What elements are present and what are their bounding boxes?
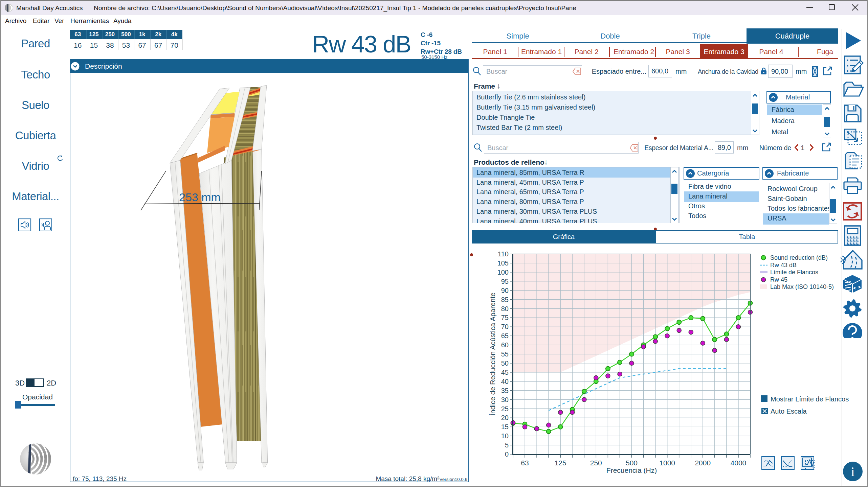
svg-text:55: 55	[501, 350, 509, 358]
svg-text:110: 110	[498, 250, 509, 258]
svg-text:Mostrar Límite de Flancos: Mostrar Límite de Flancos	[771, 395, 849, 403]
svg-text:85: 85	[501, 296, 509, 303]
svg-text:90: 90	[501, 287, 509, 294]
svg-text:i: i	[851, 464, 854, 479]
svg-text:4000: 4000	[731, 459, 747, 467]
svg-text:0: 0	[505, 450, 509, 458]
svg-text:1000: 1000	[659, 459, 675, 467]
svg-text:500: 500	[626, 459, 638, 467]
svg-text:10: 10	[501, 432, 509, 440]
svg-text:Rw 43 dB: Rw 43 dB	[770, 262, 797, 269]
svg-text:100: 100	[497, 269, 509, 276]
svg-text:75: 75	[501, 314, 509, 321]
svg-text:45: 45	[501, 369, 509, 376]
svg-text:Lab Max (ISO 10140-5): Lab Max (ISO 10140-5)	[770, 283, 834, 290]
svg-text:70: 70	[501, 323, 509, 330]
svg-text:Sound reduction (dB): Sound reduction (dB)	[770, 254, 828, 261]
svg-text:30: 30	[501, 396, 509, 403]
svg-text:15: 15	[501, 423, 509, 431]
svg-text:63: 63	[521, 459, 529, 467]
svg-text:60: 60	[501, 341, 509, 349]
svg-text:Auto Escala: Auto Escala	[771, 408, 807, 415]
svg-text:253 mm: 253 mm	[179, 191, 221, 204]
svg-text:80: 80	[501, 305, 509, 312]
svg-text:25: 25	[501, 405, 509, 413]
svg-text:2000: 2000	[695, 459, 711, 467]
svg-text:Límite de Flancos: Límite de Flancos	[770, 269, 818, 276]
svg-text:95: 95	[501, 278, 509, 285]
svg-text:40: 40	[501, 378, 509, 385]
svg-text:20: 20	[501, 414, 509, 421]
svg-text:125: 125	[555, 459, 566, 467]
svg-text:50: 50	[501, 360, 509, 367]
svg-text:Índice de Reducción Acústica A: Índice de Reducción Acústica Aparente	[489, 293, 496, 416]
svg-text:105: 105	[497, 259, 509, 267]
svg-text:Frecuencia (Hz): Frecuencia (Hz)	[606, 466, 657, 474]
svg-text:35: 35	[501, 387, 509, 394]
svg-text:5: 5	[505, 441, 509, 449]
svg-text:Rw 45: Rw 45	[770, 276, 787, 283]
svg-text:250: 250	[590, 459, 602, 467]
svg-text:65: 65	[501, 332, 509, 340]
